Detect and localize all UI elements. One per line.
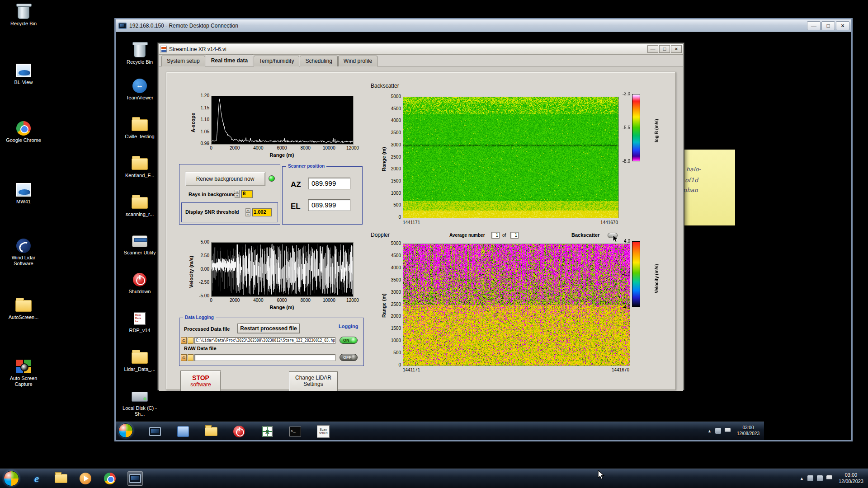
labview-maximize-button[interactable]: □ (659, 45, 670, 53)
axis-tick: 5.00 (192, 239, 209, 244)
remote-icon-cville-testing[interactable]: Cville_testing (121, 117, 158, 140)
tray-expand-icon[interactable]: ▲ (708, 429, 712, 433)
axis-tick: 2.50 (192, 253, 209, 258)
tray-icon[interactable] (817, 475, 823, 481)
remote-taskbar-shutdown-icon[interactable] (231, 424, 247, 439)
drive-icon[interactable]: C (181, 337, 187, 344)
power-icon (133, 273, 146, 286)
remote-icon-recycle-bin[interactable]: Recycle Bin (121, 43, 158, 65)
remote-icon-scanner-utility[interactable]: Scanner Utility (121, 234, 158, 256)
axis-tick: 12000 (344, 298, 362, 303)
desktop-icon-autoscreen[interactable]: AutoScreen... (3, 298, 44, 320)
of-label: of (502, 233, 506, 238)
tray-flag-icon[interactable] (826, 475, 832, 481)
restart-processed-file-button[interactable]: Restart processed file (237, 324, 300, 333)
remote-icon-teamviewer[interactable]: ↔ TeamViewer (121, 79, 158, 101)
browse-folder-icon[interactable] (188, 354, 193, 361)
rdp-close-button[interactable]: × (836, 21, 849, 30)
axis-tick: 4500 (384, 253, 401, 258)
on-label: ON (343, 338, 349, 343)
backscatter-toggle-label: Backscatter (571, 232, 599, 238)
desktop-icon-bl-view[interactable]: BL-View (3, 63, 44, 85)
tray-volume-icon[interactable] (715, 428, 721, 434)
tray-expand-icon[interactable]: ▲ (800, 476, 804, 481)
renew-background-button[interactable]: Renew background now (185, 172, 265, 186)
tab-system-setup[interactable]: System setup (161, 56, 205, 66)
remote-taskbar-folder-icon[interactable] (203, 424, 219, 439)
raw-logging-toggle[interactable]: OFF (340, 354, 358, 361)
average-number-field[interactable]: 1 (491, 232, 500, 239)
axis-tick: 4000 (249, 145, 267, 150)
axis-tick: 5000 (384, 94, 401, 99)
remote-taskbar-app-icon[interactable] (175, 424, 191, 439)
taskbar-chrome-icon[interactable] (102, 471, 118, 486)
remote-icon-scanning[interactable]: scanning_r... (121, 195, 158, 217)
snr-threshold-box: Display SNR threshold ▲▼ 1.002 (181, 202, 278, 222)
doppler-y-ticks: 5000450040003500300025002000150010005000 (384, 241, 401, 363)
labview-close-button[interactable]: × (671, 45, 682, 53)
taskbar-rdp-icon-active[interactable] (127, 471, 143, 486)
rays-value-field[interactable]: 8 (241, 190, 253, 198)
axis-tick: 6000 (273, 298, 291, 303)
axis-tick: -2.50 (192, 280, 209, 285)
snr-spinner[interactable]: ▲▼ (245, 208, 250, 216)
start-orb[interactable] (4, 471, 19, 486)
az-value-field[interactable]: 089.999 (308, 178, 350, 189)
remote-taskbar-window-icon[interactable] (147, 424, 163, 439)
wind-lidar-icon (16, 239, 31, 253)
rdp-minimize-button[interactable]: — (807, 21, 821, 30)
remote-taskbar-cmd-icon[interactable]: >_ (288, 424, 303, 439)
change-lidar-button[interactable]: Change LiDAR Settings (289, 371, 338, 391)
labview-window: StreamLine XR v14-6.vi — □ × System setu… (158, 43, 684, 390)
host-tray: ▲ 03:00 12/08/2023 (800, 469, 866, 488)
desktop-icon-google-chrome[interactable]: Google Chrome (3, 121, 44, 143)
axis-tick: 4000 (384, 118, 401, 123)
el-value-field[interactable]: 089.999 (308, 199, 350, 211)
tab-scheduling[interactable]: Scheduling (300, 56, 337, 66)
taskbar-media-icon[interactable] (78, 471, 93, 486)
screen-capture-icon (16, 360, 31, 373)
raw-path-field[interactable] (194, 354, 335, 361)
rdp-title: 192.168.0.150 - Remote Desktop Connectio… (129, 23, 806, 29)
browse-folder-icon[interactable] (188, 337, 193, 344)
taskbar-ie-icon[interactable]: e (29, 471, 44, 486)
remote-icon-rdp-v14[interactable]: RawDataloc RDP_v14 (121, 311, 158, 333)
axis-tick: 1.20 (194, 93, 209, 98)
host-clock[interactable]: 03:00 12/08/2023 (836, 472, 866, 485)
desktop-icon-auto-screen-capture[interactable]: Auto Screen Capture (3, 359, 44, 387)
window-icon (149, 427, 161, 436)
chrome-icon (16, 121, 31, 136)
labview-minimize-button[interactable]: — (647, 45, 658, 53)
stop-button[interactable]: STOP software (180, 371, 221, 391)
remote-taskbar-grid-icon[interactable] (259, 424, 275, 439)
remote-icon-shutdown[interactable]: Shutdown (121, 272, 158, 295)
remote-clock[interactable]: 03:00 12/08/2023 (734, 425, 762, 436)
labview-titlebar[interactable]: StreamLine XR v14-6.vi — □ × (159, 44, 683, 55)
desktop-icon-wind-lidar[interactable]: Wind Lidar Software (3, 239, 44, 267)
rdp-maximize-button[interactable]: □ (821, 21, 835, 30)
tab-temp-humidity[interactable]: Temp/humidity (254, 56, 299, 66)
processed-logging-toggle[interactable]: ON (340, 337, 358, 344)
axis-tick: 8000 (297, 145, 315, 150)
tab-wind-profile[interactable]: Wind profile (338, 56, 377, 66)
remote-icon-kentland[interactable]: Kentland_F... (121, 156, 158, 178)
average-of-field[interactable]: 1 (510, 232, 519, 239)
drive-icon[interactable]: C (181, 354, 187, 361)
taskbar-explorer-icon[interactable] (53, 471, 69, 486)
remote-icon-lidar-data[interactable]: Lidar_Data_... (121, 350, 158, 372)
tray-icon[interactable] (807, 475, 813, 481)
desktop-icon-mw41[interactable]: MW41 (3, 183, 44, 205)
tray-flag-icon[interactable] (725, 428, 731, 434)
snr-value-field[interactable]: 1.002 (252, 208, 272, 216)
remote-taskbar-scan-sched-icon[interactable]: Scansched (316, 424, 331, 439)
desktop-icon-recycle-bin[interactable]: Recycle Bin (3, 5, 44, 27)
remote-start-orb[interactable] (118, 423, 133, 438)
ascope-chart (211, 96, 354, 145)
rdp-titlebar[interactable]: 192.168.0.150 - Remote Desktop Connectio… (116, 19, 851, 32)
rays-spinner[interactable]: ▲▼ (235, 190, 240, 198)
remote-icon-local-disk[interactable]: Local Disk (C) - Sh... (121, 389, 158, 417)
mouse-cursor (598, 470, 604, 480)
processed-path-field[interactable]: C:\Lidar\Data\Proc\2023\202308\20230812\… (194, 337, 335, 344)
stop-button-sublabel: software (181, 381, 221, 388)
tab-real-time-data[interactable]: Real time data (206, 54, 253, 66)
